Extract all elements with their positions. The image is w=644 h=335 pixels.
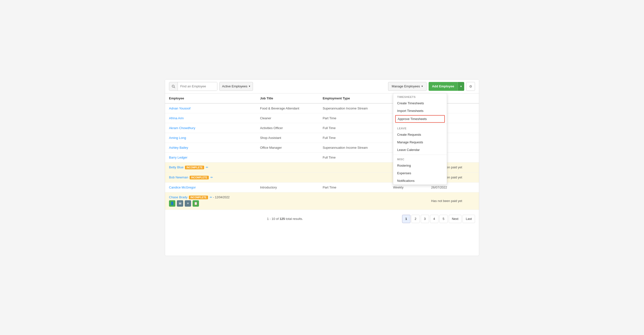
employee-name-link[interactable]: Afrina Arin bbox=[169, 116, 184, 120]
cell-job-title bbox=[256, 162, 319, 172]
manage-arrow-icon: ▾ bbox=[422, 85, 423, 88]
manage-dropdown-menu: TIMESHEETSCreate TimesheetsImport Timesh… bbox=[393, 93, 447, 185]
page-btn-2[interactable]: 2 bbox=[412, 215, 420, 223]
filter-dropdown[interactable]: Active Employees ▾ bbox=[219, 82, 253, 91]
dropdown-item[interactable]: Rostering bbox=[393, 162, 447, 169]
cell-job-title: Office Manager bbox=[256, 143, 319, 152]
page-btn-3[interactable]: 3 bbox=[421, 215, 429, 223]
employee-name-link[interactable]: Aming Long bbox=[169, 136, 186, 140]
employee-name-link[interactable]: Betty Blue bbox=[169, 165, 184, 169]
employee-name-cell: Bob NewmanINCOMPLETE ✏ bbox=[165, 172, 256, 182]
employee-name-link[interactable]: Akram Chowdhury bbox=[169, 126, 195, 130]
dropdown-section-label: MISC bbox=[393, 156, 447, 162]
cell-job-title: Introductory bbox=[256, 182, 319, 192]
search-input[interactable] bbox=[178, 82, 217, 91]
employee-name-cell: Chase BradyINCOMPLETE ✏ - 12/04/2022👤🏛≡📋 bbox=[165, 192, 256, 210]
incomplete-badge: INCOMPLETE bbox=[190, 176, 209, 179]
col-header-employment-type: Employment Type bbox=[319, 93, 389, 103]
dropdown-item[interactable]: Import Timesheets bbox=[393, 107, 447, 115]
manage-employees-button[interactable]: Manage Employees ▾ bbox=[388, 82, 427, 91]
result-prefix: 1 - 10 of bbox=[267, 217, 280, 221]
cell-employment-type bbox=[319, 172, 389, 182]
dropdown-item[interactable]: Create Timesheets bbox=[393, 99, 447, 107]
edit-icon[interactable]: ✏ bbox=[209, 196, 212, 199]
cell-employment-type bbox=[319, 192, 389, 210]
cell-employment-type bbox=[319, 162, 389, 172]
search-area bbox=[169, 82, 217, 91]
employee-name-link[interactable]: Adnan Yousoof bbox=[169, 106, 190, 110]
result-total: 125 bbox=[280, 217, 285, 221]
dropdown-item[interactable]: Approve Timesheets bbox=[395, 115, 445, 123]
list-icon[interactable]: ≡ bbox=[185, 200, 191, 207]
dropdown-section-label: TIMESHEETS bbox=[393, 93, 447, 99]
incomplete-badge: INCOMPLETE bbox=[185, 166, 204, 169]
dropdown-item[interactable]: Manage Requests bbox=[393, 138, 447, 146]
dropdown-item[interactable]: Notifications bbox=[393, 177, 447, 185]
last-button[interactable]: Last bbox=[462, 215, 475, 223]
page-btn-1[interactable]: 1 bbox=[402, 215, 410, 223]
bank-icon[interactable]: 🏛 bbox=[177, 200, 183, 207]
cell-job-title: Shop Assistant bbox=[256, 133, 319, 143]
dropdown-section-label: LEAVE bbox=[393, 125, 447, 131]
employee-name-cell: Betty BlueINCOMPLETE ✏ bbox=[165, 162, 256, 172]
employee-name-link[interactable]: Ashley Bailey bbox=[169, 146, 188, 149]
cell-employment-type: Full Time bbox=[319, 123, 389, 133]
employee-name-cell: Aming Long bbox=[165, 133, 256, 143]
dropdown-item[interactable]: Expenses bbox=[393, 169, 447, 177]
cell-employment-type: Superannuation Income Stream bbox=[319, 143, 389, 152]
page-buttons: 1 2 3 4 5 Next Last bbox=[402, 215, 475, 223]
manage-label: Manage Employees bbox=[392, 84, 420, 88]
cell-job-title bbox=[256, 152, 319, 162]
doc-icon[interactable]: 📋 bbox=[192, 200, 199, 207]
cell-employment-type: Full Time bbox=[319, 152, 389, 162]
gear-icon: ⚙ bbox=[469, 84, 472, 88]
filter-arrow-icon: ▾ bbox=[249, 85, 250, 88]
cell-employment-type: Part Time bbox=[319, 182, 389, 192]
employee-name-link[interactable]: Chase Brady bbox=[169, 195, 188, 199]
cell-pay-schedule bbox=[389, 192, 427, 210]
page-btn-5[interactable]: 5 bbox=[440, 215, 448, 223]
dropdown-item[interactable]: Leave Calendar bbox=[393, 146, 447, 154]
filter-label: Active Employees bbox=[222, 84, 247, 88]
employee-name-cell: Candice McGregor bbox=[165, 182, 256, 192]
row-action-icons: 👤🏛≡📋 bbox=[169, 200, 252, 207]
pagination-area: 1 - 10 of 125 total results. 1 2 3 4 5 N… bbox=[165, 210, 479, 228]
result-suffix: total results. bbox=[285, 217, 303, 221]
table-row: Chase BradyINCOMPLETE ✏ - 12/04/2022👤🏛≡📋… bbox=[165, 192, 479, 210]
edit-icon[interactable]: ✏ bbox=[210, 176, 213, 179]
page-wrapper: Active Employees ▾ Manage Employees ▾ Ad… bbox=[165, 79, 479, 256]
col-header-job-title: Job Title bbox=[256, 93, 319, 103]
cell-last-paid: Has not been paid yet bbox=[427, 192, 479, 210]
cell-employment-type: Part Time bbox=[319, 113, 389, 123]
employee-name-link[interactable]: Candice McGregor bbox=[169, 186, 196, 189]
settings-gear-button[interactable]: ⚙ bbox=[466, 82, 475, 91]
person-icon[interactable]: 👤 bbox=[169, 200, 175, 207]
incomplete-badge: INCOMPLETE bbox=[189, 196, 208, 199]
cell-job-title: Activities Officer bbox=[256, 123, 319, 133]
employee-name-cell: Ashley Bailey bbox=[165, 143, 256, 152]
svg-line-1 bbox=[174, 87, 175, 88]
edit-icon[interactable]: ✏ bbox=[205, 166, 208, 169]
employee-name-cell: Akram Chowdhury bbox=[165, 123, 256, 133]
toolbar: Active Employees ▾ Manage Employees ▾ Ad… bbox=[165, 79, 479, 93]
employee-name-link[interactable]: Bob Newman bbox=[169, 175, 188, 179]
col-header-employee: Employee bbox=[165, 93, 256, 103]
add-employee-button[interactable]: Add Employee bbox=[428, 82, 458, 91]
employee-name-cell: Adnan Yousoof bbox=[165, 103, 256, 113]
cell-employment-type: Full Time bbox=[319, 133, 389, 143]
add-employee-group: Add Employee ▾ bbox=[428, 82, 464, 91]
date-suffix: - 12/04/2022 bbox=[212, 196, 230, 199]
employee-name-link[interactable]: Barry Ledger bbox=[169, 156, 188, 159]
cell-job-title bbox=[256, 192, 319, 210]
dropdown-item[interactable]: Create Requests bbox=[393, 131, 447, 138]
cell-employment-type: Superannuation Income Stream bbox=[319, 103, 389, 113]
next-button[interactable]: Next bbox=[449, 215, 462, 223]
result-info: 1 - 10 of 125 total results. bbox=[169, 217, 401, 221]
cell-job-title: Food & Beverage Attendant bbox=[256, 103, 319, 113]
search-button[interactable] bbox=[169, 82, 178, 91]
employee-name-cell: Barry Ledger bbox=[165, 152, 256, 162]
add-employee-arrow-button[interactable]: ▾ bbox=[458, 82, 464, 91]
cell-job-title: Cleaner bbox=[256, 113, 319, 123]
cell-job-title bbox=[256, 172, 319, 182]
page-btn-4[interactable]: 4 bbox=[430, 215, 438, 223]
